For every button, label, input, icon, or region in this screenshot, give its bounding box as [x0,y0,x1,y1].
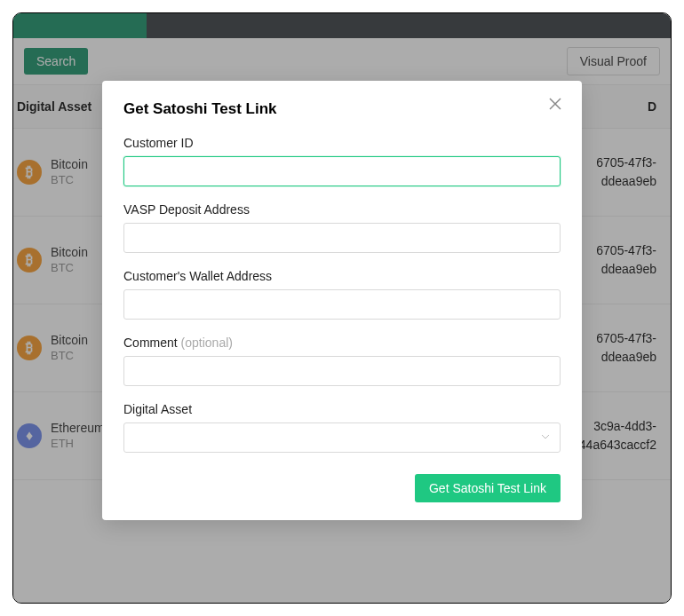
label-vasp-deposit: VASP Deposit Address [123,202,561,217]
get-satoshi-test-link-button[interactable]: Get Satoshi Test Link [415,474,561,502]
modal-title: Get Satoshi Test Link [123,100,561,118]
modal-footer: Get Satoshi Test Link [123,474,561,502]
satoshi-test-modal: Get Satoshi Test Link Customer ID VASP D… [102,81,582,520]
vasp-deposit-input[interactable] [123,223,561,253]
field-digital-asset: Digital Asset [123,402,561,453]
label-digital-asset: Digital Asset [123,402,561,416]
customer-id-input[interactable] [123,156,561,186]
modal-overlay[interactable]: Get Satoshi Test Link Customer ID VASP D… [13,13,671,603]
wallet-address-input[interactable] [123,289,561,320]
close-icon[interactable] [548,97,564,113]
field-wallet-address: Customer's Wallet Address [123,269,561,320]
chevron-down-icon [540,430,551,445]
label-comment: Comment (optional) [123,336,561,350]
app-frame: Search Visual Proof Digital Asset D ₿Bit… [12,12,672,604]
field-vasp-deposit: VASP Deposit Address [123,202,561,253]
label-customer-id: Customer ID [123,136,561,150]
field-comment: Comment (optional) [123,336,561,386]
comment-input[interactable] [123,356,561,386]
label-comment-text: Comment [123,336,178,350]
label-wallet-address: Customer's Wallet Address [123,269,561,283]
digital-asset-select[interactable] [123,423,561,453]
field-customer-id: Customer ID [123,136,561,186]
label-comment-optional: (optional) [181,336,233,350]
